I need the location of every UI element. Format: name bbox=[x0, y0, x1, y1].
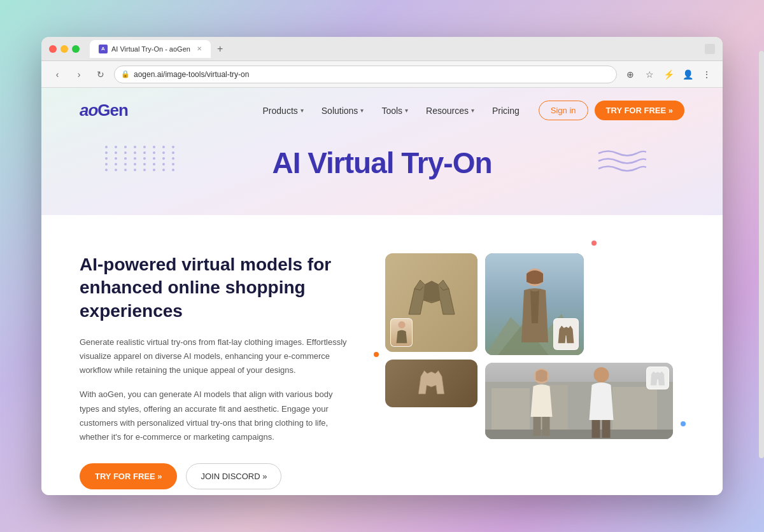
translate-icon[interactable]: ⊕ bbox=[622, 66, 639, 83]
back-button[interactable]: ‹ bbox=[49, 66, 66, 83]
nav-products[interactable]: Products ▾ bbox=[263, 106, 304, 116]
signin-button[interactable]: Sign in bbox=[539, 101, 588, 120]
window-control-icon bbox=[705, 44, 715, 54]
extension-icon[interactable]: ⚡ bbox=[660, 66, 677, 83]
svg-rect-8 bbox=[485, 430, 673, 439]
close-button[interactable] bbox=[49, 45, 57, 53]
couple-model-image bbox=[485, 363, 673, 439]
tab-title: AI Virtual Try-On - aoGen bbox=[111, 45, 190, 53]
menu-icon[interactable]: ⋮ bbox=[698, 66, 715, 83]
coat-thumbnail-image bbox=[385, 360, 478, 407]
nav-resources[interactable]: Resources ▾ bbox=[426, 106, 474, 116]
garment-tiny-svg bbox=[556, 321, 576, 347]
address-bar[interactable]: 🔒 aogen.ai/image-tools/virtual-try-on bbox=[114, 66, 617, 83]
garment-thumbnail-overlay bbox=[553, 318, 579, 350]
hero-content: AI Virtual Try-On bbox=[41, 133, 723, 212]
url-text: aogen.ai/image-tools/virtual-try-on bbox=[134, 70, 249, 79]
clothing-flatlay-image bbox=[385, 253, 478, 352]
tab-close-icon[interactable]: ✕ bbox=[197, 45, 202, 52]
svg-rect-14 bbox=[602, 420, 610, 438]
blue-dot bbox=[681, 421, 686, 426]
hero-section: aoGen Products ▾ Solutions ▾ Tools ▾ bbox=[41, 88, 723, 215]
nav-pricing[interactable]: Pricing bbox=[492, 106, 520, 116]
try-for-free-button[interactable]: TRY FOR FREE » bbox=[80, 463, 177, 489]
forward-button[interactable]: › bbox=[71, 66, 87, 83]
chevron-down-icon: ▾ bbox=[301, 107, 304, 114]
reload-button[interactable]: ↻ bbox=[92, 66, 109, 83]
lock-icon: 🔒 bbox=[121, 70, 130, 78]
main-nav: aoGen Products ▾ Solutions ▾ Tools ▾ bbox=[41, 88, 723, 133]
main-desc-2: With aoGen, you can generate AI models t… bbox=[80, 388, 347, 444]
svg-point-12 bbox=[593, 367, 609, 382]
toolbar-actions: ⊕ ☆ ⚡ 👤 ⋮ bbox=[622, 66, 715, 83]
try-for-free-nav-button[interactable]: TRY FOR FREE » bbox=[595, 101, 684, 120]
image-column-1 bbox=[385, 253, 478, 439]
pink-dot-2 bbox=[591, 241, 597, 246]
wave-decoration bbox=[595, 146, 646, 180]
chevron-down-icon: ▾ bbox=[471, 107, 474, 114]
white-garment-svg bbox=[649, 368, 667, 388]
browser-window: A AI Virtual Try-On - aoGen ✕ + ‹ › ↻ 🔒 … bbox=[41, 37, 723, 495]
svg-rect-13 bbox=[591, 420, 600, 438]
traffic-lights bbox=[49, 45, 80, 53]
white-garment-overlay bbox=[646, 367, 669, 389]
image-column-2 bbox=[485, 253, 673, 439]
logo: aoGen bbox=[80, 101, 128, 120]
maximize-button[interactable] bbox=[72, 45, 80, 53]
website-content: aoGen Products ▾ Solutions ▾ Tools ▾ bbox=[41, 88, 723, 495]
main-section: AI-powered virtual models for enhanced o… bbox=[41, 215, 723, 495]
tab-favicon: A bbox=[99, 45, 108, 53]
new-tab-button[interactable]: + bbox=[213, 43, 227, 55]
content-actions: TRY FOR FREE » JOIN DISCORD » bbox=[80, 463, 347, 489]
orange-dot bbox=[374, 352, 379, 357]
svg-point-0 bbox=[398, 321, 405, 328]
nav-solutions[interactable]: Solutions ▾ bbox=[322, 106, 364, 116]
coat-small-svg bbox=[414, 365, 449, 403]
chevron-down-icon: ▾ bbox=[360, 107, 364, 114]
person-tiny-svg bbox=[393, 319, 411, 346]
star-icon[interactable]: ☆ bbox=[641, 66, 658, 83]
model-mountain-image bbox=[485, 253, 584, 355]
male-figure-svg bbox=[584, 366, 619, 439]
nav-tools[interactable]: Tools ▾ bbox=[381, 106, 408, 116]
person-thumbnail-overlay bbox=[390, 318, 413, 347]
model-figure-svg bbox=[513, 266, 557, 355]
main-desc-1: Generate realistic virtual try-ons from … bbox=[80, 335, 347, 377]
svg-rect-11 bbox=[542, 417, 549, 436]
join-discord-button[interactable]: JOIN DISCORD » bbox=[186, 463, 281, 489]
profile-icon[interactable]: 👤 bbox=[679, 66, 696, 83]
browser-toolbar: ‹ › ↻ 🔒 aogen.ai/image-tools/virtual-try… bbox=[41, 61, 723, 88]
female-figure-svg bbox=[524, 366, 559, 439]
tab-bar: A AI Virtual Try-On - aoGen ✕ + bbox=[90, 40, 227, 58]
svg-rect-10 bbox=[533, 417, 541, 436]
content-left: AI-powered virtual models for enhanced o… bbox=[80, 253, 347, 489]
browser-titlebar: A AI Virtual Try-On - aoGen ✕ + bbox=[41, 37, 723, 61]
minimize-button[interactable] bbox=[60, 45, 68, 53]
street-bg-svg bbox=[485, 382, 673, 439]
nav-links: Products ▾ Solutions ▾ Tools ▾ Resources… bbox=[263, 106, 520, 116]
chevron-down-icon: ▾ bbox=[405, 107, 408, 114]
main-heading: AI-powered virtual models for enhanced o… bbox=[80, 253, 347, 323]
active-tab[interactable]: A AI Virtual Try-On - aoGen ✕ bbox=[90, 40, 211, 58]
image-grid bbox=[385, 253, 673, 439]
dots-decoration bbox=[105, 146, 178, 171]
